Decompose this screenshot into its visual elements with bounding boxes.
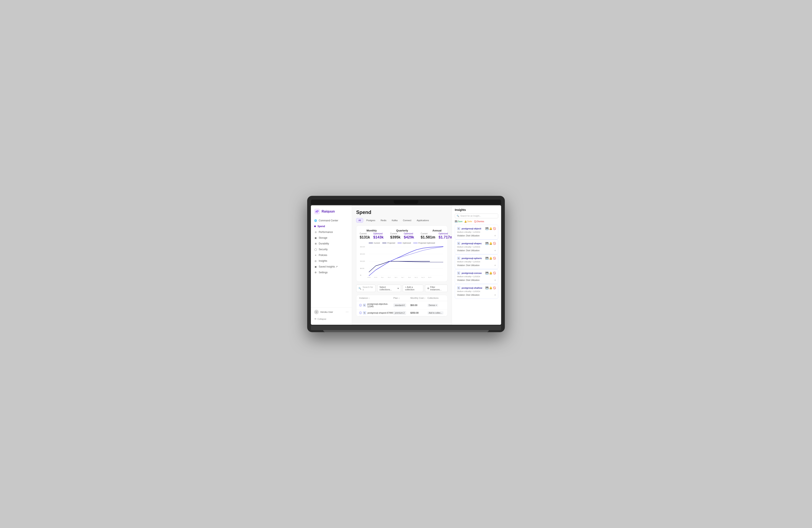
expand-icon[interactable]: + bbox=[494, 263, 496, 267]
insight-name: postgresql-objecti bbox=[462, 227, 484, 230]
expand-icon[interactable]: + bbox=[494, 249, 496, 252]
collections-label: Select collections... bbox=[379, 286, 397, 291]
metric-monthly-current-sub: Current bbox=[360, 232, 370, 235]
insight-save-icon[interactable]: 💾 bbox=[485, 286, 489, 289]
insight-save-icon[interactable]: 💾 bbox=[485, 272, 489, 274]
plan-badge: premium-2 bbox=[393, 311, 406, 315]
svg-text:Nov 1: Nov 1 bbox=[381, 277, 384, 278]
svg-text:$320,000: $320,000 bbox=[360, 246, 365, 247]
db-icon: 🐘 bbox=[363, 311, 366, 314]
user-menu-icon[interactable]: ⋯ bbox=[346, 310, 349, 314]
insight-save-icon[interactable]: 💾 bbox=[485, 227, 489, 230]
svg-text:Nov 9: Nov 9 bbox=[408, 277, 411, 278]
tab-all[interactable]: All bbox=[356, 218, 363, 223]
insight-name: postgresql-spheric bbox=[462, 257, 484, 259]
insight-save-icon[interactable]: 💾 bbox=[485, 242, 489, 245]
insight-card[interactable]: 🐘 postgresql-shapec 💾 🔔 🚫 Medium critica… bbox=[455, 240, 498, 254]
metric-annual-opt: $1.717m bbox=[438, 235, 452, 240]
insight-card[interactable]: 🐘 postgresql-concav 💾 🔔 🚫 Medium critica… bbox=[455, 269, 498, 284]
sidebar-item-performance[interactable]: ⊙Performance bbox=[311, 229, 352, 235]
insight-dismiss-icon[interactable]: 🚫 bbox=[493, 227, 496, 230]
sidebar-item-policies[interactable]: ≡Policies bbox=[311, 252, 352, 258]
expand-icon[interactable]: + bbox=[494, 279, 496, 282]
insight-defer-icon[interactable]: 🔔 bbox=[489, 272, 492, 274]
insight-meta: Medium criticality • 11/03/24 bbox=[457, 290, 496, 292]
user-name: Heroku User bbox=[320, 311, 333, 313]
insight-save-icon[interactable]: 💾 bbox=[485, 257, 489, 260]
tab-label: Connect bbox=[403, 219, 411, 222]
sidebar-item-durability[interactable]: ⊞Durability bbox=[311, 241, 352, 246]
svg-text:$240,000: $240,000 bbox=[360, 253, 365, 255]
insight-actions: 💾 🔔 🚫 bbox=[485, 286, 496, 289]
legend-projected: Projected bbox=[382, 242, 395, 244]
insight-dismiss-icon[interactable]: 🚫 bbox=[493, 242, 496, 245]
col-instance: Instance ↕ bbox=[359, 297, 393, 299]
insight-dismiss-icon[interactable]: 🚫 bbox=[493, 286, 496, 289]
col-plan: Plan ↕ bbox=[393, 297, 410, 299]
violation-text: Violation: Disk Utilization bbox=[457, 234, 479, 237]
add-collection-button[interactable]: + Add a collection bbox=[403, 285, 423, 292]
sidebar-item-storage[interactable]: ▣Storage bbox=[311, 235, 352, 241]
instance-cost: $350.00 bbox=[410, 312, 427, 314]
insight-defer-icon[interactable]: 🔔 bbox=[489, 242, 492, 245]
sidebar-item-spend[interactable]: Spend bbox=[311, 224, 352, 229]
insight-defer-icon[interactable]: 🔔 bbox=[489, 286, 492, 289]
svg-text:$80,000: $80,000 bbox=[360, 268, 364, 269]
table-header: Instance ↕ Plan ↕ Monthly Cost ↕ Collect… bbox=[357, 295, 447, 301]
tab-applications[interactable]: Applications bbox=[415, 218, 431, 223]
sidebar-item-settings[interactable]: ⚙Settings bbox=[311, 270, 352, 275]
insight-card[interactable]: 🐘 postgresql-shallow 💾 🔔 🚫 Medium critic… bbox=[455, 284, 498, 299]
collection-tag[interactable]: Add to collec... bbox=[427, 311, 444, 314]
nav-label: Storage bbox=[319, 237, 327, 239]
nav-icon: ≡ bbox=[314, 254, 317, 256]
sidebar-item-security[interactable]: ◯Security bbox=[311, 246, 352, 252]
tab-connect[interactable]: Connect bbox=[401, 218, 414, 223]
insight-defer-icon[interactable]: 🔔 bbox=[489, 257, 492, 260]
insight-card[interactable]: 🐘 postgresql-objecti 💾 🔔 🚫 Medium critic… bbox=[455, 225, 498, 240]
collection-tag[interactable]: Demos × bbox=[427, 304, 438, 307]
instance-cost: $50.00 bbox=[410, 304, 427, 306]
insight-dismiss-icon[interactable]: 🚫 bbox=[493, 272, 496, 274]
insight-header: 🐘 postgresql-shallow 💾 🔔 🚫 bbox=[457, 286, 496, 289]
instance-name: i 🐘 postgresql-objective-12345 bbox=[359, 303, 393, 308]
defer-action[interactable]: 🔔 Defer bbox=[464, 220, 472, 223]
table-row[interactable]: i 🐘 postgresql-objective-12345 standard-… bbox=[357, 301, 447, 310]
insight-dismiss-icon[interactable]: 🚫 bbox=[493, 257, 496, 260]
svg-text:Oct 28: Oct 28 bbox=[367, 277, 371, 278]
insight-defer-icon[interactable]: 🔔 bbox=[489, 227, 492, 230]
metric-quarterly-opt-sub: Optimized bbox=[404, 232, 414, 235]
info-icon: i bbox=[359, 304, 362, 306]
save-action[interactable]: 💾 Save bbox=[455, 220, 463, 223]
insight-card[interactable]: 🐘 postgresql-spheric 💾 🔔 🚫 Medium critic… bbox=[455, 254, 498, 269]
sidebar-item-insights[interactable]: ◎Insights bbox=[311, 258, 352, 264]
plan-badge: standard-0 bbox=[393, 303, 406, 307]
search-box[interactable]: 🔍 Search for a bbox=[356, 285, 376, 292]
user-row[interactable]: U Heroku User ⋯ bbox=[314, 310, 349, 314]
expand-icon[interactable]: + bbox=[494, 234, 496, 237]
sidebar-item-saved-insights[interactable]: ▣Saved Insights ↗ bbox=[311, 264, 352, 270]
tab-label: Postgres bbox=[366, 219, 375, 222]
insight-violation: Violation: Disk Utilization + bbox=[457, 263, 496, 267]
tab-redis[interactable]: Redis bbox=[378, 218, 389, 223]
collections-select[interactable]: Select collections... ▾ bbox=[377, 285, 401, 292]
metric-monthly-opt: $143k bbox=[373, 235, 383, 240]
tab-postgres[interactable]: Postgres bbox=[364, 218, 377, 223]
search-icon: 🔍 bbox=[359, 287, 361, 290]
tab-kafka[interactable]: Kafka bbox=[390, 218, 400, 223]
sidebar-item-command-center[interactable]: 🌐Command Center bbox=[311, 218, 352, 224]
filter-instances-button[interactable]: ⚙ Filter instances... bbox=[425, 285, 448, 292]
nav-icon: ▣ bbox=[314, 266, 317, 268]
dismiss-action[interactable]: 🚫 Dismiss bbox=[474, 220, 484, 223]
nav-icon: ⊞ bbox=[314, 242, 317, 245]
violation-text: Violation: Disk Utilization bbox=[457, 279, 479, 281]
expand-icon[interactable]: + bbox=[494, 293, 496, 297]
chart-legend: Current Projected Optimized Project bbox=[360, 242, 444, 244]
collapse-row[interactable]: ≪ Collapse bbox=[311, 316, 352, 322]
insight-violation: Violation: Disk Utilization + bbox=[457, 279, 496, 282]
table-row[interactable]: i 🐘 postgresql-shaped-67890 premium-2 $3… bbox=[357, 310, 447, 316]
insight-search-box[interactable]: 🔍 Search for an Insight... bbox=[455, 214, 498, 218]
tab-label: Applications bbox=[417, 219, 429, 222]
insight-name: postgresql-shapec bbox=[462, 242, 484, 245]
sidebar-logo: Raiquun bbox=[311, 209, 352, 218]
collapse-label: Collapse bbox=[318, 318, 326, 320]
